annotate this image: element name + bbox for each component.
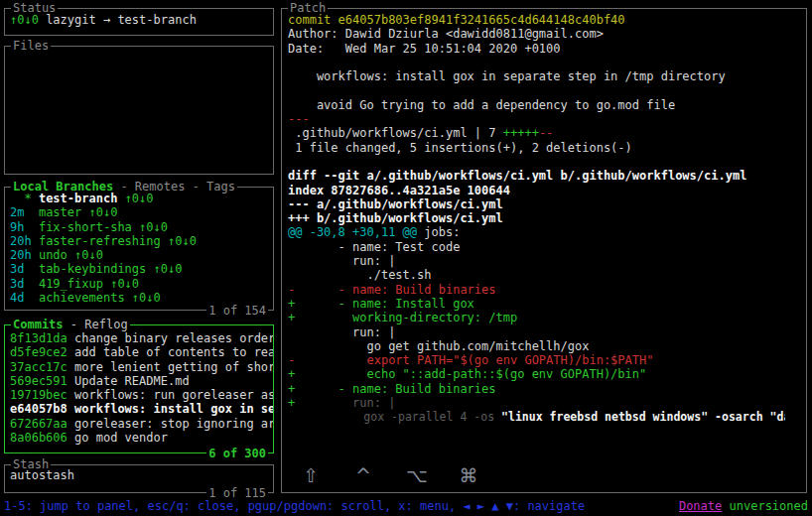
branch-row[interactable]: 9h fix-short-sha ↑0↓0 (10, 220, 273, 234)
patch-line: 1 file changed, 5 insertions(+), 2 delet… (288, 141, 806, 155)
branch-push-pull-arrows: ↑0↓0 (139, 220, 168, 234)
keybindings-hint: 1-5: jump to panel, esc/q: close, pgup/p… (4, 499, 585, 513)
patch-line: - - name: Build binaries (288, 283, 806, 297)
push-pull-arrows: ↑0↓0 (10, 13, 39, 27)
branch-push-pull-arrows: ↑0↓0 (132, 291, 161, 305)
repo-branch-label: lazygit → test-branch (46, 13, 197, 27)
branches-count: 1 of 154 (206, 304, 268, 318)
status-line: ↑0↓0 lazygit → test-branch (10, 13, 273, 27)
commit-sha: 37acc17c (10, 360, 68, 374)
commits-count: 6 of 300 (206, 447, 268, 460)
branch-push-pull-arrows: ↑0↓0 (110, 277, 139, 291)
patch-line: index 87827686..4a321a5e 100644 (288, 184, 806, 197)
patch-line (288, 56, 806, 69)
commit-row[interactable]: 37acc17c more lenient getting of shor (10, 360, 273, 374)
panel-commits[interactable]: Commits - Reflog 8f13d1da change binary … (4, 324, 274, 453)
stash-count: 1 of 115 (206, 486, 268, 500)
patch-line: + - name: Build binaries (288, 382, 806, 396)
branch-name: tab-keybindings (39, 262, 146, 276)
commit-row[interactable]: 19719bec workflows: run goreleaser as (10, 388, 273, 402)
version-label: unversioned (730, 499, 808, 513)
control-icon: ^ (353, 464, 373, 486)
commit-sha: 569ec591 (10, 374, 68, 388)
patch-line (288, 83, 806, 97)
patch-line: go get github.com/mitchellh/gox (288, 339, 806, 353)
panel-status[interactable]: Status ↑0↓0 lazygit → test-branch (4, 8, 274, 36)
commit-row[interactable]: 8f13d1da change binary releases order (10, 331, 273, 345)
stash-item[interactable]: autostash (10, 468, 273, 482)
branch-push-pull-arrows: ↑0↓0 (74, 248, 103, 262)
branch-row[interactable]: 3d 419_fixup ↑0↓0 (10, 277, 273, 291)
command-icon: ⌘ (459, 464, 478, 486)
patch-line: workflows: install gox in separate step … (288, 69, 806, 83)
patch-line: +++ b/.github/workflows/ci.yml (288, 211, 806, 225)
lazygit-terminal: Status ↑0↓0 lazygit → test-branch Files … (0, 0, 812, 516)
branch-push-pull-arrows: ↑0↓0 (168, 234, 197, 248)
commit-sha: 19719bec (10, 388, 68, 402)
status-bar: 1-5: jump to panel, esc/q: close, pgup/p… (4, 499, 808, 513)
commit-sha: d5fe9ce2 (10, 345, 68, 359)
branch-row[interactable]: * test-branch ↑0↓0 (10, 192, 273, 205)
patch-line: - export PATH="$(go env GOPATH)/bin:$PAT… (288, 353, 806, 367)
patch-line: --- (288, 112, 806, 126)
patch-line: .github/workflows/ci.yml | 7 +++++-- (288, 126, 806, 140)
commit-message: add table of contents to rea (74, 345, 273, 359)
branch-name: fix-short-sha (39, 220, 132, 234)
patch-line: run: | (288, 325, 806, 339)
commit-sha: 8f13d1da (10, 331, 68, 345)
shift-icon: ⇧ (301, 464, 321, 486)
commit-row[interactable]: 8a06b606 go mod vendor (10, 431, 273, 445)
donate-link[interactable]: Donate (679, 499, 722, 513)
patch-line: run: | (288, 254, 806, 268)
patch-line: @@ -30,8 +30,11 @@ jobs: (288, 225, 806, 239)
patch-line: ./test.sh (288, 268, 806, 282)
panel-local-branches[interactable]: Local Branches - Remotes - Tags * test-b… (4, 187, 274, 311)
modifier-key-overlay: ⇧^⌥⌘ (301, 464, 478, 486)
branch-name: faster-refreshing (39, 234, 161, 248)
commit-message: go mod vendor (74, 431, 168, 445)
commit-sha: 8a06b606 (10, 431, 68, 445)
branch-name: 419_fixup (39, 277, 103, 291)
commit-message: workflows: run goreleaser as (74, 388, 273, 402)
patch-line: --- a/.github/workflows/ci.yml (288, 197, 806, 211)
commit-sha: 672667aa (10, 417, 68, 431)
panel-patch[interactable]: Patch commit e64057b803ef8941f3241665c4d… (281, 8, 807, 493)
patch-line: commit e64057b803ef8941f3241665c4d644148… (288, 13, 806, 27)
files-empty-area (5, 47, 273, 174)
commit-message: goreleaser: stop ignoring ar (74, 417, 273, 431)
branch-row[interactable]: 3d tab-keybindings ↑0↓0 (10, 262, 273, 276)
patch-line (288, 155, 806, 169)
patch-line: diff --git a/.github/workflows/ci.yml b/… (288, 169, 806, 183)
stash-name: autostash (10, 468, 74, 482)
commit-row[interactable]: d5fe9ce2 add table of contents to rea (10, 345, 273, 359)
branch-name: achievements (39, 291, 125, 305)
commit-row[interactable]: 569ec591 Update README.md (10, 374, 273, 388)
branch-push-pull-arrows: ↑0↓0 (125, 192, 154, 205)
patch-line: + working-directory: /tmp (288, 311, 806, 324)
panel-files[interactable]: Files (4, 46, 274, 175)
commit-message: workflows: install gox in se (74, 402, 273, 416)
patch-line: + echo "::add-path::$(go env GOPATH)/bin… (288, 367, 806, 381)
branch-row[interactable]: 2m master ↑0↓0 (10, 205, 273, 219)
patch-line: - name: Test code (288, 240, 806, 254)
patch-line: Date: Wed Mar 25 10:51:04 2020 +0100 (288, 42, 806, 56)
branch-row[interactable]: 20h undo ↑0↓0 (10, 248, 273, 262)
option-icon: ⌥ (406, 464, 426, 486)
commit-row[interactable]: 672667aa goreleaser: stop ignoring ar (10, 417, 273, 431)
branch-name: master (39, 205, 81, 219)
panel-stash[interactable]: Stash autostash 1 of 115 (4, 464, 274, 493)
branch-name: undo (39, 248, 68, 262)
patch-line: + - name: Install gox (288, 297, 806, 311)
commit-message: change binary releases order (74, 331, 273, 345)
commit-row[interactable]: e64057b8 workflows: install gox in se (10, 402, 273, 416)
branch-push-pull-arrows: ↑0↓0 (89, 205, 118, 219)
commit-message: Update README.md (74, 374, 190, 388)
patch-line: gox -parallel 4 -os "linux freebsd netbs… (288, 410, 785, 424)
patch-line: avoid Go trying to add a dependency to g… (288, 98, 806, 112)
branch-push-pull-arrows: ↑0↓0 (154, 262, 183, 276)
commit-sha: e64057b8 (10, 402, 68, 416)
branch-name: test-branch (39, 192, 117, 205)
commit-message: more lenient getting of shor (74, 360, 273, 374)
branch-row[interactable]: 20h faster-refreshing ↑0↓0 (10, 234, 273, 248)
patch-line: Author: Dawid Dziurla <dawidd0811@gmail.… (288, 27, 806, 41)
